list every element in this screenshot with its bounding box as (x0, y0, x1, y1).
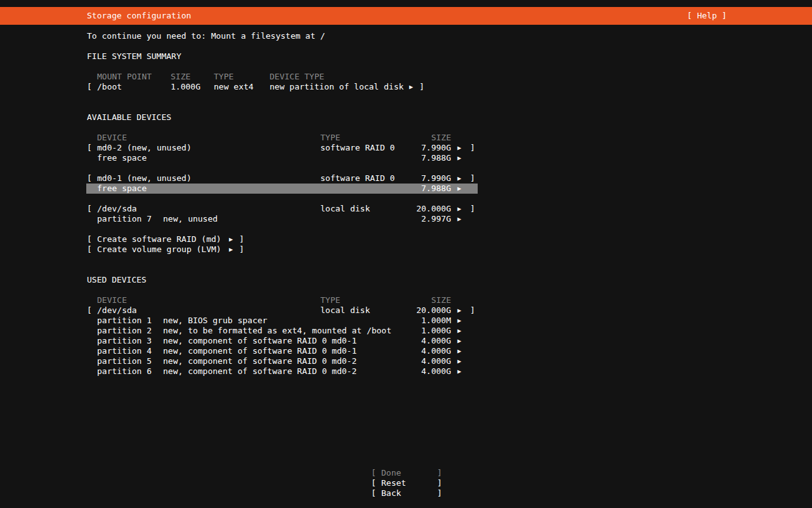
expand-arrow-icon: ▶ (457, 173, 461, 184)
device-row-sda-available[interactable]: [ /dev/sda local disk 20.000G ▶ ] (0, 204, 812, 214)
bracket-open: [ (371, 478, 376, 488)
partition-row-7[interactable]: partition 7 new, unused 2.997G ▶ (0, 214, 812, 224)
expand-arrow-icon: ▶ (457, 204, 461, 214)
device-name: md0-1 (new, unused) (97, 173, 192, 184)
bracket-open: [ (87, 173, 92, 184)
expand-arrow-icon: ▶ (457, 346, 461, 356)
bracket-close: ] (437, 478, 442, 488)
done-label: Done (381, 468, 401, 478)
expand-arrow-icon: ▶ (457, 316, 461, 326)
fs-summary-row-boot[interactable]: [ /boot 1.000G new ext4 new partition of… (0, 82, 812, 92)
ud-col-type: TYPE (320, 295, 340, 305)
device-name: /dev/sda (97, 204, 137, 214)
partition-row-6[interactable]: partition 6 new, component of software R… (0, 366, 812, 377)
intro-row: To continue you need to: Mount a filesys… (0, 31, 812, 41)
fs-col-mount-point: MOUNT POINT (97, 72, 152, 82)
create-lvm-label: Create volume group (LVM) (97, 244, 221, 255)
partition-desc: new, BIOS grub spacer (163, 316, 267, 326)
fs-summary-heading: FILE SYSTEM SUMMARY (87, 51, 181, 62)
free-space-row-md0-2[interactable]: free space 7.988G ▶ (0, 153, 812, 163)
fs-row-type: new ext4 (214, 82, 254, 92)
ud-col-device: DEVICE (97, 295, 127, 305)
fs-row-mount-point: /boot (97, 82, 122, 92)
free-space-label: free space (97, 184, 147, 194)
intro-text: To continue you need to: Mount a filesys… (87, 31, 325, 41)
bracket-open: [ (87, 234, 92, 244)
device-type: local disk (320, 305, 370, 316)
bracket-open: [ (371, 488, 376, 498)
partition-desc: new, component of software RAID 0 md0-1 (163, 336, 357, 346)
expand-arrow-icon: ▶ (457, 184, 461, 194)
ad-col-type: TYPE (320, 133, 340, 143)
partition-desc: new, unused (163, 214, 218, 224)
device-name: md0-2 (new, unused) (97, 143, 192, 153)
device-type: local disk (320, 204, 370, 214)
storage-configuration-screen: Storage configuration [ Help ] To contin… (0, 0, 812, 508)
partition-size: 2.997G (365, 214, 451, 224)
available-devices-heading-row: AVAILABLE DEVICES (0, 112, 812, 123)
back-button[interactable]: [ Back ] (0, 488, 812, 498)
create-raid-label: Create software RAID (md) (97, 234, 221, 244)
partition-row-4[interactable]: partition 4 new, component of software R… (0, 346, 812, 356)
expand-arrow-icon: ▶ (229, 244, 233, 255)
used-devices-header-row: DEVICE TYPE SIZE (0, 295, 812, 305)
device-row-sda-used[interactable]: [ /dev/sda local disk 20.000G ▶ ] (0, 305, 812, 316)
device-size: 20.000G (365, 305, 451, 316)
expand-arrow-icon: ▶ (457, 336, 461, 346)
device-row-md0-1[interactable]: [ md0-1 (new, unused) software RAID 0 7.… (0, 173, 812, 184)
partition-desc: new, component of software RAID 0 md0-1 (163, 346, 357, 356)
free-space-row-md0-1-selected[interactable]: free space 7.988G ▶ (0, 184, 812, 194)
partition-row-2[interactable]: partition 2 new, to be formatted as ext4… (0, 326, 812, 336)
help-button[interactable]: [ Help ] (687, 7, 727, 25)
back-label: Back (381, 488, 401, 498)
device-name: /dev/sda (97, 305, 137, 316)
partition-size: 1.000M (365, 316, 451, 326)
fs-summary-header-row: MOUNT POINT SIZE TYPE DEVICE TYPE (0, 72, 812, 82)
partition-size: 4.000G (365, 346, 451, 356)
partition-desc: new, component of software RAID 0 md0-2 (163, 356, 357, 366)
partition-size: 1.000G (365, 326, 451, 336)
partition-label: partition 7 (97, 214, 152, 224)
fs-row-size: 1.000G (171, 82, 200, 92)
ad-col-size: SIZE (365, 133, 451, 143)
fs-col-type: TYPE (214, 72, 233, 82)
expand-arrow-icon: ▶ (457, 356, 461, 366)
bracket-close: ] (437, 468, 442, 478)
device-size: 7.990G (365, 143, 451, 153)
expand-arrow-icon: ▶ (457, 366, 461, 377)
fs-col-device-type: DEVICE TYPE (270, 72, 324, 82)
device-row-md0-2[interactable]: [ md0-2 (new, unused) software RAID 0 7.… (0, 143, 812, 153)
expand-arrow-icon: ▶ (457, 214, 461, 224)
partition-label: partition 4 (97, 346, 152, 356)
ud-col-size: SIZE (365, 295, 451, 305)
fs-summary-heading-row: FILE SYSTEM SUMMARY (0, 51, 812, 62)
bracket-open: [ (371, 468, 376, 478)
free-space-label: free space (97, 153, 147, 163)
expand-arrow-icon: ▶ (457, 326, 461, 336)
partition-label: partition 3 (97, 336, 152, 346)
fs-col-size: SIZE (171, 72, 190, 82)
partition-row-1[interactable]: partition 1 new, BIOS grub spacer 1.000M… (0, 316, 812, 326)
partition-label: partition 2 (97, 326, 152, 336)
available-devices-header-row: DEVICE TYPE SIZE (0, 133, 812, 143)
fs-row-device-type: new partition of local disk (270, 82, 403, 92)
partition-row-5[interactable]: partition 5 new, component of software R… (0, 356, 812, 366)
expand-arrow-icon: ▶ (409, 82, 413, 92)
create-lvm-button[interactable]: [ Create volume group (LVM) ▶ ] (0, 244, 812, 255)
partition-label: partition 6 (97, 366, 152, 377)
done-button: [ Done ] (0, 468, 812, 478)
bracket-close: ] (239, 234, 244, 244)
bracket-open: [ (87, 82, 92, 92)
partition-desc: new, component of software RAID 0 md0-2 (163, 366, 357, 377)
partition-size: 4.000G (365, 336, 451, 346)
reset-button[interactable]: [ Reset ] (0, 478, 812, 488)
expand-arrow-icon: ▶ (457, 143, 461, 153)
expand-arrow-icon: ▶ (229, 234, 233, 244)
ad-col-device: DEVICE (97, 133, 127, 143)
partition-size: 4.000G (365, 356, 451, 366)
partition-row-3[interactable]: partition 3 new, component of software R… (0, 336, 812, 346)
bracket-open: [ (87, 244, 92, 255)
create-raid-button[interactable]: [ Create software RAID (md) ▶ ] (0, 234, 812, 244)
free-space-size: 7.988G (365, 153, 451, 163)
used-devices-heading: USED DEVICES (87, 275, 147, 285)
